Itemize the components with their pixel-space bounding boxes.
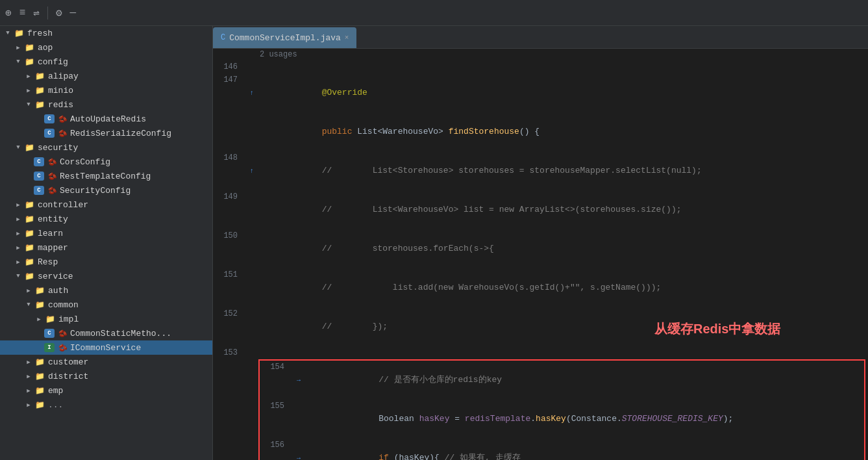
gutter-arrow-148: ↑ <box>250 168 254 175</box>
folder-icon-district: 📁 <box>34 372 45 381</box>
toolbar-icon-minimize[interactable]: — <box>70 7 77 19</box>
toolbar-icon-3[interactable]: ⇌ <box>33 6 40 19</box>
toolbar-icon-2[interactable]: ≡ <box>19 7 26 19</box>
code-line-147: 147 ↑ @Override <box>213 73 868 112</box>
folder-icon-fresh: 📁 <box>13 29 25 38</box>
sidebar-item-resp[interactable]: ▶ 📁 Resp <box>0 255 212 269</box>
sidebar-label-corsconfig: CorsConfig <box>60 157 110 167</box>
bean-icon-1: 🫘 <box>57 114 69 123</box>
java-c-icon-commonstatic: C <box>44 329 55 338</box>
sidebar-item-securityconfig[interactable]: C 🫘 SecurityConfig <box>0 183 212 198</box>
line-num-147: 147 <box>213 73 245 112</box>
line-num-146: 146 <box>213 60 245 73</box>
sidebar-item-commonstaticmethod[interactable]: C 🫘 CommonStaticMetho... <box>0 326 212 340</box>
var-redistemplate-1: redisTemplate <box>465 414 530 424</box>
sidebar-label-config: config <box>38 57 68 67</box>
tree-arrow-redis: ▼ <box>23 101 34 108</box>
kw-public: public <box>322 127 358 136</box>
tab-close-button[interactable]: × <box>345 34 349 42</box>
sidebar-item-security[interactable]: ▼ 📁 security <box>0 140 212 155</box>
bean-icon-6: 🫘 <box>57 329 69 338</box>
folder-icon-impl: 📁 <box>44 314 56 324</box>
code-line-156: 156 → if (hasKey){ // 如果有, 走缓存 <box>260 439 864 460</box>
sidebar-label-resp: Resp <box>38 257 58 267</box>
java-c-icon-cors: C <box>34 157 44 166</box>
sidebar-label-redis: redis <box>48 100 73 110</box>
sidebar-label-icommonservice: ICommonService <box>70 343 141 353</box>
usages-count: 2 usages <box>260 50 297 59</box>
sidebar-label-controller: controller <box>38 200 88 210</box>
java-c-icon-rest: C <box>34 172 44 181</box>
code-content-147: @Override <box>258 73 868 112</box>
tree-arrow-fresh: ▼ <box>3 30 13 36</box>
tree-arrow-customer: ▶ <box>23 359 34 366</box>
sidebar-item-icommonservice[interactable]: I 🫘 ICommonService <box>0 340 212 355</box>
code-line-153: 153 <box>213 346 868 359</box>
folder-icon-minio: 📁 <box>34 86 45 95</box>
java-c-icon-autoupdate: C <box>44 114 55 123</box>
sidebar-item-resttemplate[interactable]: C 🫘 RestTemplateConfig <box>0 169 212 183</box>
folder-icon-auth: 📁 <box>34 286 45 295</box>
sidebar-item-corsconfig[interactable]: C 🫘 CorsConfig <box>0 155 212 169</box>
gutter-155 <box>292 400 305 439</box>
sidebar-item-common[interactable]: ▼ 📁 common <box>0 298 212 312</box>
line-num-151: 151 <box>213 268 245 307</box>
code-content-154: // 是否有小仓库的redis的key <box>305 361 864 400</box>
line-num-154: 154 <box>260 361 292 400</box>
sidebar-item-aop[interactable]: ▶ 📁 aop <box>0 40 212 55</box>
code-editor[interactable]: 2 usages 146 147 ↑ @Override <box>213 49 868 460</box>
code-line-150: 150 // storehouses.forEach(s->{ <box>213 229 868 268</box>
comment-150: // storehouses.forEach(s->{ <box>322 244 494 253</box>
kw-if: if <box>378 453 393 460</box>
sidebar-item-alipay[interactable]: ▶ 📁 alipay <box>0 69 212 83</box>
gutter-150 <box>245 229 258 268</box>
sidebar-item-redis[interactable]: ▼ 📁 redis <box>0 97 212 112</box>
sidebar-item-impl[interactable]: ▶ 📁 impl <box>0 312 212 326</box>
sidebar-item-autoupdateredis[interactable]: C 🫘 AutoUpdateRedis <box>0 112 212 126</box>
comment-149: // List<WarehouseVo> list = new ArrayLis… <box>322 205 682 214</box>
folder-icon-redis: 📁 <box>34 100 45 109</box>
gutter-151 <box>245 268 258 307</box>
code-content-150: // storehouses.forEach(s->{ <box>258 229 868 268</box>
sidebar-label-minio: minio <box>48 86 73 96</box>
sidebar-item-mapper[interactable]: ▶ 📁 mapper <box>0 240 212 255</box>
folder-icon-service: 📁 <box>23 272 35 281</box>
sidebar-item-entity[interactable]: ▶ 📁 entity <box>0 212 212 226</box>
code-line-152: 152 // }); <box>213 307 868 346</box>
sidebar-item-auth[interactable]: ▶ 📁 auth <box>0 283 212 298</box>
comment-152: // }); <box>322 322 388 331</box>
sidebar-item-customer[interactable]: ▶ 📁 customer <box>0 355 212 369</box>
type-warehousevo-1: WarehouseVo <box>382 127 438 136</box>
code-line-151: 151 // list.add(new WarehouseVo(s.getId(… <box>213 268 868 307</box>
sidebar-item-fresh[interactable]: ▼ 📁 fresh <box>0 26 212 40</box>
code-content-153 <box>258 346 868 359</box>
comment-151: // list.add(new WarehouseVo(s.getId()+""… <box>322 283 662 292</box>
code-content-152: // }); <box>258 307 868 346</box>
toolbar: ⊕ ≡ ⇌ ⚙ — <box>0 0 868 26</box>
gutter-arrow-156: → <box>297 455 301 461</box>
tree-arrow-aop: ▶ <box>13 44 23 51</box>
sidebar-item-district[interactable]: ▶ 📁 district <box>0 369 212 383</box>
tree-arrow-district: ▶ <box>23 373 34 380</box>
sidebar-item-emp[interactable]: ▶ 📁 emp <box>0 383 212 398</box>
sidebar-label-fresh: fresh <box>27 29 53 38</box>
line-num-149: 149 <box>213 190 245 229</box>
toolbar-icon-1[interactable]: ⊕ <box>5 6 12 19</box>
sidebar-item-redisserialize[interactable]: C 🫘 RedisSerializeConfig <box>0 126 212 140</box>
toolbar-icon-settings[interactable]: ⚙ <box>56 6 62 19</box>
folder-icon-mapper: 📁 <box>23 243 35 252</box>
folder-icon-resp: 📁 <box>23 257 35 266</box>
editor-tab-commonserviceimpl[interactable]: C CommonServiceImpl.java × <box>213 27 356 48</box>
sidebar-label-alipay: alipay <box>48 71 79 81</box>
code-wrapper: 2 usages 146 147 ↑ @Override <box>213 49 868 460</box>
bean-icon-3: 🫘 <box>47 157 58 166</box>
sidebar-item-service[interactable]: ▼ 📁 service <box>0 269 212 283</box>
gutter-147b <box>245 112 258 151</box>
bean-icon-2: 🫘 <box>57 129 69 138</box>
sidebar-item-learn[interactable]: ▶ 📁 learn <box>0 226 212 240</box>
sidebar-item-config[interactable]: ▼ 📁 config <box>0 55 212 69</box>
sidebar-item-minio[interactable]: ▶ 📁 minio <box>0 83 212 97</box>
sidebar-item-controller[interactable]: ▶ 📁 controller <box>0 198 212 212</box>
comment-148: // List<Storehouse> storehouses = storeh… <box>322 166 702 175</box>
folder-icon-customer: 📁 <box>34 357 45 366</box>
